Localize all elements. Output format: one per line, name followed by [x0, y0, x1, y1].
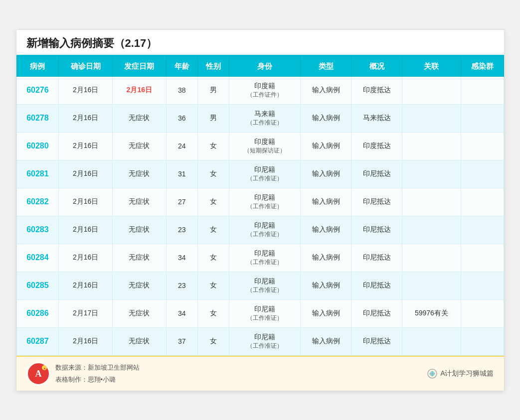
header-age: 年龄 [166, 56, 197, 76]
cell-age: 23 [166, 216, 197, 244]
cell-related [402, 272, 461, 299]
table-row: 602802月16日无症状24女印度籍（短期探访证）输入病例印度抵达 [16, 132, 504, 160]
cell-cluster [461, 244, 504, 272]
cell-related [402, 132, 461, 160]
cell-related [402, 76, 461, 104]
cell-confirm-date: 2月16日 [59, 188, 113, 216]
cell-age: 31 [166, 160, 197, 188]
cell-case: 60287 [16, 327, 59, 355]
cell-confirm-date: 2月16日 [59, 132, 113, 160]
cell-confirm-date: 2月16日 [59, 327, 113, 355]
table-row: 602872月16日无症状37女印尼籍（工作准证）输入病例印尼抵达 [16, 327, 504, 355]
table-row: 602852月16日无症状23女印尼籍（工作准证）输入病例印尼抵达 [16, 272, 504, 299]
main-container: 新增输入病例摘要（2.17） 病例 确诊日期 发症日期 年龄 性别 身份 类型 … [16, 29, 505, 391]
cell-identity: 印尼籍（工作准证） [229, 244, 301, 272]
title-bar: 新增输入病例摘要（2.17） [16, 30, 504, 56]
cell-overview: 印尼抵达 [351, 272, 402, 299]
table-row: 602822月16日无症状27女印尼籍（工作准证）输入病例印尼抵达 [16, 188, 504, 216]
header-gender: 性别 [198, 56, 229, 76]
footer: A ✦ 数据来源：新加坡卫生部网站 表格制作：思翔•小璐 A计划学习狮城篇 [16, 356, 504, 391]
cell-symptom-date: 无症状 [112, 188, 166, 216]
cell-overview: 印尼抵达 [351, 188, 402, 216]
cell-related [402, 327, 461, 355]
cell-related [402, 104, 461, 132]
table-row: 602832月16日无症状23女印尼籍（工作准证）输入病例印尼抵达 [16, 216, 504, 244]
cell-gender: 男 [198, 76, 229, 104]
cell-cluster [461, 216, 504, 244]
cell-type: 输入病例 [301, 160, 351, 188]
cell-related [402, 216, 461, 244]
cell-confirm-date: 2月16日 [59, 104, 113, 132]
brand-icon [427, 369, 437, 379]
page-title: 新增输入病例摘要（2.17） [26, 37, 158, 49]
cell-age: 37 [166, 327, 197, 355]
cell-age: 27 [166, 188, 197, 216]
cell-cluster [461, 327, 504, 355]
cell-confirm-date: 2月16日 [59, 76, 113, 104]
table-row: 602762月16日2月16日38男印度籍（工作证件）输入病例印度抵达 [16, 76, 504, 104]
cell-confirm-date: 2月17日 [59, 299, 113, 327]
cell-identity: 印度籍（短期探访证） [229, 132, 301, 160]
cell-gender: 女 [198, 299, 229, 327]
header-cluster: 感染群 [461, 56, 504, 76]
cell-identity: 印尼籍（工作准证） [229, 216, 301, 244]
cell-gender: 女 [198, 132, 229, 160]
cell-type: 输入病例 [301, 272, 351, 299]
footer-info: 数据来源：新加坡卫生部网站 表格制作：思翔•小璐 [55, 362, 140, 385]
cell-case: 60284 [16, 244, 59, 272]
table-row: 602862月17日无症状34女印尼籍（工作准证）输入病例印尼抵达59976有关 [16, 299, 504, 327]
cell-gender: 男 [198, 104, 229, 132]
cell-cluster [461, 272, 504, 299]
cell-confirm-date: 2月16日 [59, 216, 113, 244]
cell-age: 34 [166, 244, 197, 272]
svg-text:A: A [35, 369, 41, 379]
cell-symptom-date: 无症状 [112, 160, 166, 188]
table-row: 602812月16日无症状31女印尼籍（工作准证）输入病例印尼抵达 [16, 160, 504, 188]
cell-gender: 女 [198, 272, 229, 299]
cell-identity: 印尼籍（工作准证） [229, 160, 301, 188]
cell-related [402, 160, 461, 188]
cell-symptom-date: 2月16日 [112, 76, 166, 104]
cell-identity: 印尼籍（工作准证） [229, 272, 301, 299]
cell-type: 输入病例 [301, 244, 351, 272]
cell-case: 60281 [16, 160, 59, 188]
cell-symptom-date: 无症状 [112, 244, 166, 272]
cell-overview: 印尼抵达 [351, 299, 402, 327]
cell-cluster [461, 104, 504, 132]
cell-type: 输入病例 [301, 132, 351, 160]
cell-case: 60280 [16, 132, 59, 160]
cell-identity: 印尼籍（工作准证） [229, 188, 301, 216]
logo-icon: A ✦ [26, 362, 50, 386]
cell-overview: 印尼抵达 [351, 216, 402, 244]
header-identity: 身份 [229, 56, 301, 76]
cell-confirm-date: 2月16日 [59, 160, 113, 188]
cell-overview: 印尼抵达 [351, 160, 402, 188]
cell-type: 输入病例 [301, 299, 351, 327]
cell-type: 输入病例 [301, 104, 351, 132]
cell-case: 60286 [16, 299, 59, 327]
logo: A ✦ [26, 362, 50, 386]
cell-gender: 女 [198, 216, 229, 244]
cell-case: 60283 [16, 216, 59, 244]
table-row: 602782月16日无症状36男马来籍（工作准证）输入病例马来抵达 [16, 104, 504, 132]
header-symptom-date: 发症日期 [112, 56, 166, 76]
cell-type: 输入病例 [301, 188, 351, 216]
cell-overview: 印度抵达 [351, 76, 402, 104]
cell-related: 59976有关 [402, 299, 461, 327]
cell-case: 60285 [16, 272, 59, 299]
cell-age: 34 [166, 299, 197, 327]
cell-overview: 印尼抵达 [351, 327, 402, 355]
cell-age: 36 [166, 104, 197, 132]
header-overview: 概况 [351, 56, 402, 76]
cell-case: 60278 [16, 104, 59, 132]
cell-case: 60276 [16, 76, 59, 104]
header-case: 病例 [16, 56, 59, 76]
cell-symptom-date: 无症状 [112, 272, 166, 299]
cell-age: 38 [166, 76, 197, 104]
cell-identity: 印尼籍（工作准证） [229, 327, 301, 355]
cell-type: 输入病例 [301, 327, 351, 355]
cell-gender: 女 [198, 188, 229, 216]
header-related: 关联 [402, 56, 461, 76]
cell-type: 输入病例 [301, 76, 351, 104]
brand-text: A计划学习狮城篇 [440, 369, 494, 378]
